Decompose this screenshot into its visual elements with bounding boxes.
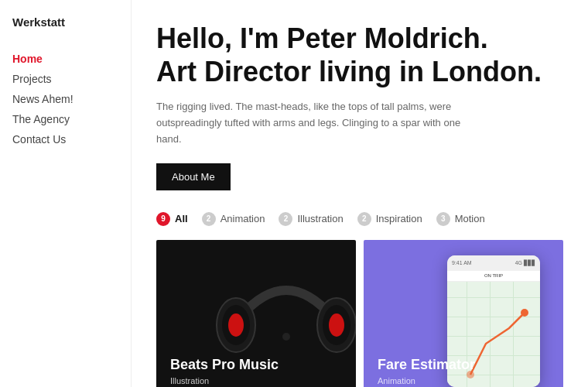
nav-item-agency[interactable]: The Agency (12, 111, 118, 128)
filter-badge-all: 9 (156, 212, 170, 226)
filter-tab-motion[interactable]: 3 Motion (436, 212, 485, 226)
svg-point-5 (329, 313, 344, 337)
nav-list: Home Projects News Ahem! The Agency Cont… (12, 50, 118, 148)
about-me-button[interactable]: About Me (156, 163, 231, 190)
filter-label-all: All (175, 213, 188, 224)
portfolio-card-fare[interactable]: 9:41 AM 4G ▊▊▊ ON TRIP (364, 240, 563, 387)
card-title-beats: Beats Pro Music (170, 357, 279, 373)
phone-status-bar: 9:41 AM 4G ▊▊▊ (447, 255, 540, 271)
filter-badge-illustration: 2 (279, 212, 292, 226)
card-subtitle-fare: Animation (378, 376, 415, 385)
nav-link-agency[interactable]: The Agency (12, 111, 118, 128)
filter-badge-motion: 3 (436, 212, 450, 226)
filter-label-illustration: Illustration (297, 213, 343, 224)
filter-tab-inspiration[interactable]: 2 Inspiration (357, 212, 422, 226)
hero-description: The rigging lived. The mast-heads, like … (156, 99, 481, 147)
portfolio-grid: Beats Pro Music Illustration 9:41 AM 4G … (156, 240, 563, 387)
svg-point-2 (228, 313, 244, 337)
nav-item-contact[interactable]: Contact Us (12, 131, 118, 148)
filter-badge-inspiration: 2 (357, 212, 371, 226)
nav-link-projects[interactable]: Projects (12, 70, 118, 87)
filter-label-motion: Motion (455, 213, 485, 224)
filter-tab-all[interactable]: 9 All (156, 212, 188, 226)
nav-link-home[interactable]: Home (12, 50, 118, 67)
nav-item-projects[interactable]: Projects (12, 70, 118, 87)
card-title-fare: Fare Estimator (378, 357, 475, 373)
card-subtitle-beats: Illustration (170, 376, 209, 385)
filter-tabs: 9 All 2 Animation 2 Illustration 2 Inspi… (156, 212, 563, 226)
svg-point-7 (521, 309, 528, 317)
filter-badge-animation: 2 (202, 212, 216, 226)
main-content: Hello, I'm Peter Moldrich. Art Director … (132, 0, 588, 387)
nav-link-news[interactable]: News Ahem! (12, 91, 118, 108)
filter-tab-animation[interactable]: 2 Animation (202, 212, 265, 226)
phone-address-bar: ON TRIP (447, 271, 540, 282)
nav-item-home[interactable]: Home (12, 50, 118, 67)
filter-tab-illustration[interactable]: 2 Illustration (279, 212, 343, 226)
sidebar: Werkstatt Home Projects News Ahem! The A… (0, 0, 132, 387)
filter-label-inspiration: Inspiration (376, 213, 422, 224)
nav-item-news[interactable]: News Ahem! (12, 91, 118, 108)
site-logo: Werkstatt (12, 15, 118, 29)
portfolio-card-beats[interactable]: Beats Pro Music Illustration (156, 240, 356, 387)
hero-title: Hello, I'm Peter Moldrich. Art Director … (156, 22, 563, 88)
svg-point-6 (282, 333, 290, 341)
filter-label-animation: Animation (220, 213, 265, 224)
nav-link-contact[interactable]: Contact Us (12, 131, 118, 148)
